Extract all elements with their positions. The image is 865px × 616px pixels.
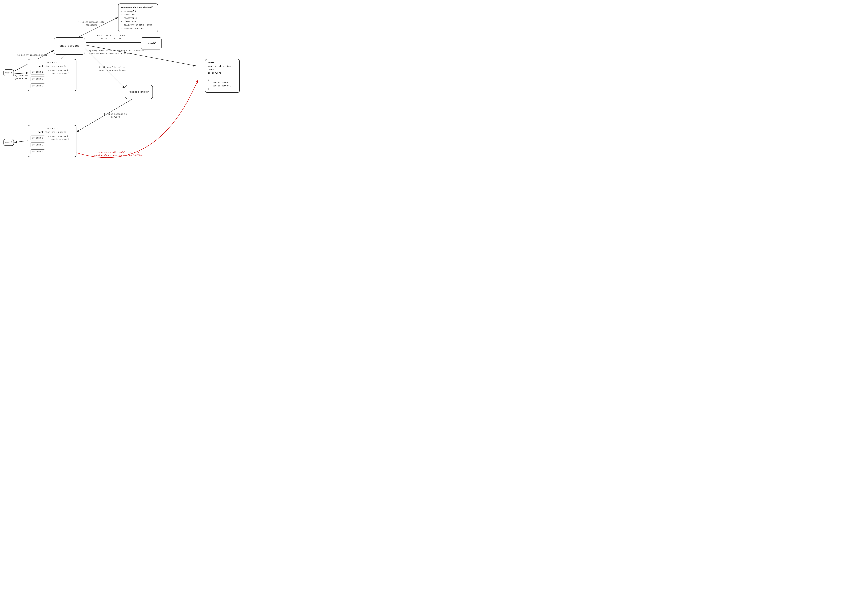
server2-ws-boxes: ws conn 1 ws conn 2 ws conn 3: [31, 135, 45, 155]
server1-ws-boxes: ws conn 1 ws conn 2 ws conn 3: [31, 69, 45, 89]
server2-ws1: ws conn 1: [31, 135, 45, 140]
server1-box: server 1 partition key: userId ws conn 1…: [28, 59, 76, 91]
redis-title: redis: [208, 61, 237, 64]
step5-label: 5) only after write to messages db is co…: [88, 49, 146, 55]
user1-box: user1: [3, 69, 14, 76]
messages-db-fields: - messageID - senderID - receiverID - ti…: [121, 10, 155, 30]
inboxdb-box: inboxDB: [141, 37, 162, 49]
message-broker-label: Message broker: [129, 90, 149, 94]
chat-service-box: chat service: [54, 37, 85, 55]
svg-line-4: [14, 73, 29, 74]
redis-box: redis mapping of online users to servers…: [205, 59, 240, 93]
server1-memory-section: ws conn 1 ws conn 2 ws conn 3 in memory …: [31, 69, 74, 89]
redis-note-label: each server will update the redismapping…: [94, 151, 143, 157]
server2-memory: in memory mapping { user2: ws conn 1 }: [46, 135, 69, 143]
step1-label: 1) get my messages (http): [17, 54, 49, 57]
messages-db-box: messages db (persistent) - messageID - s…: [118, 3, 158, 32]
server1-ws2: ws conn 2: [31, 77, 45, 82]
server1-ws3: ws conn 3: [31, 83, 45, 88]
server2-title: server 2 partition key: userId: [31, 127, 74, 134]
messages-db-title: messages db (persistent): [121, 6, 155, 9]
user2-label: user2: [5, 141, 12, 144]
server1-ws1: ws conn 1: [31, 69, 45, 74]
server2-box: server 2 partition key: userId ws conn 1…: [28, 125, 76, 157]
message-broker-box: Message broker: [125, 85, 153, 99]
redis-subtitle: mapping of online users: [208, 64, 237, 71]
svg-line-11: [14, 141, 29, 142]
server2-ws2: ws conn 2: [31, 143, 45, 147]
chat-service-label: chat service: [60, 44, 79, 48]
step6-label: 6) if user2 is offlinewrite to InboxDB: [97, 35, 125, 40]
redis-content: { user1: server 1 user2: server 2 }: [208, 78, 237, 91]
inboxdb-label: inboxDB: [146, 42, 156, 45]
step4-label: 4) write message intoMessageDB: [78, 21, 104, 27]
server1-title: server 1 partition key: userId: [31, 61, 74, 68]
server2-ws3: ws conn 3: [31, 149, 45, 154]
user2-box: user2: [3, 139, 14, 146]
redis-subtitle2: to servers: [208, 71, 237, 75]
step8-label: 8) push message toserver2: [104, 113, 127, 119]
server2-memory-section: ws conn 1 ws conn 2 ws conn 3 in memory …: [31, 135, 74, 155]
server1-memory: in memory mapping { user1: ws conn 1 }: [46, 69, 69, 78]
user1-label: user1: [5, 71, 12, 75]
step7-label: 7) if user2 is onlinepush to message bro…: [99, 66, 126, 72]
